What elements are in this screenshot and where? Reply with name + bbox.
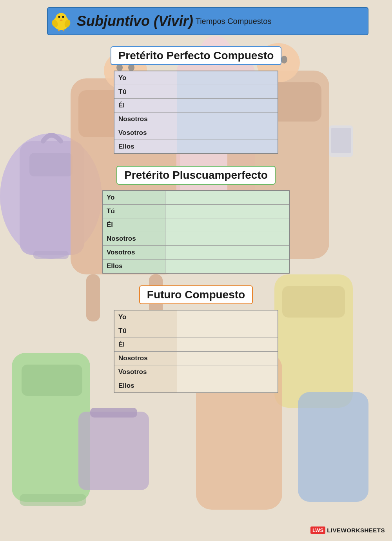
page-title-main: Subjuntivo (Vivir): [77, 13, 193, 29]
table-row: Nosotros: [103, 232, 289, 246]
table-row: Vosotros: [103, 246, 289, 260]
conjugation-table-futuro-compuesto: Yo Tú Él Nosotros Vosotros Ellos: [114, 310, 278, 393]
table-row: Tú: [114, 324, 278, 338]
table-row: Él: [103, 218, 289, 232]
pronoun-el-2: Él: [103, 218, 165, 232]
pronoun-tu-2: Tú: [103, 205, 165, 218]
title-bar: Subjuntivo (Vivir) Tiempos Compuestos: [47, 7, 368, 35]
pronoun-ellos-1: Ellos: [114, 140, 177, 153]
pronoun-yo-2: Yo: [103, 191, 165, 204]
input-el-1[interactable]: [177, 99, 278, 112]
table-row: Él: [114, 99, 278, 113]
pronoun-nosotros-2: Nosotros: [103, 232, 165, 245]
pronoun-tu-1: Tú: [114, 85, 177, 98]
chick-icon: [51, 11, 71, 31]
input-ellos-3[interactable]: [177, 379, 278, 392]
input-ellos-1[interactable]: [177, 140, 278, 153]
input-yo-3[interactable]: [177, 310, 278, 324]
svg-point-34: [58, 16, 60, 18]
pronoun-yo-3: Yo: [114, 310, 177, 324]
input-vosotros-3[interactable]: [177, 365, 278, 379]
table-row: Él: [114, 338, 278, 352]
table-row: Vosotros: [114, 126, 278, 140]
input-nosotros-3[interactable]: [177, 352, 278, 365]
conjugation-table-pluscuamperfecto: Yo Tú Él Nosotros Vosotros Ellos: [102, 190, 290, 274]
svg-line-40: [59, 30, 60, 31]
svg-line-42: [64, 30, 64, 31]
table-row: Ellos: [114, 140, 278, 153]
lws-text: LIVEWORKSHEETS: [327, 527, 385, 534]
table-row: Yo: [114, 71, 278, 85]
input-el-3[interactable]: [177, 338, 278, 351]
pronoun-vosotros-3: Vosotros: [114, 365, 177, 379]
conjugation-table-preterito-perfecto: Yo Tú Él Nosotros Vosotros Ellos: [114, 71, 278, 154]
input-vosotros-1[interactable]: [177, 126, 278, 140]
section-title-preterito-pluscuamperfecto: Pretérito Pluscuamperfecto: [116, 166, 276, 185]
table-row: Ellos: [103, 260, 289, 273]
pronoun-el-1: Él: [114, 99, 177, 112]
section-title-futuro-compuesto: Futuro Compuesto: [139, 285, 253, 304]
input-tu-1[interactable]: [177, 85, 278, 98]
pronoun-vosotros-2: Vosotros: [103, 246, 165, 259]
table-row: Yo: [103, 191, 289, 205]
input-nosotros-1[interactable]: [177, 113, 278, 126]
table-row: Tú: [103, 205, 289, 218]
section-title-preterito-perfecto: Pretérito Perfecto Compuesto: [111, 46, 282, 65]
table-row: Tú: [114, 85, 278, 99]
pronoun-nosotros-3: Nosotros: [114, 352, 177, 365]
pronoun-tu-3: Tú: [114, 324, 177, 338]
section-futuro-compuesto: Futuro Compuesto Yo Tú Él Nosotros Vosot…: [8, 285, 384, 393]
lws-badge: LWS: [310, 526, 325, 534]
section-preterito-pluscuamperfecto: Pretérito Pluscuamperfecto Yo Tú Él Noso…: [8, 166, 384, 274]
page-title-sub: Tiempos Compuestos: [196, 17, 272, 26]
input-ellos-2[interactable]: [165, 260, 289, 273]
table-row: Yo: [114, 310, 278, 324]
pronoun-vosotros-1: Vosotros: [114, 126, 177, 140]
table-row: Nosotros: [114, 352, 278, 365]
svg-point-35: [62, 16, 64, 18]
table-row: Ellos: [114, 379, 278, 392]
pronoun-ellos-2: Ellos: [103, 260, 165, 273]
input-tu-2[interactable]: [165, 205, 289, 218]
svg-point-33: [56, 13, 67, 23]
input-vosotros-2[interactable]: [165, 246, 289, 259]
input-nosotros-2[interactable]: [165, 232, 289, 245]
liveworksheets-logo: LWS LIVEWORKSHEETS: [310, 526, 385, 534]
pronoun-ellos-3: Ellos: [114, 379, 177, 392]
pronoun-yo-1: Yo: [114, 71, 177, 85]
table-row: Nosotros: [114, 113, 278, 126]
input-el-2[interactable]: [165, 218, 289, 232]
pronoun-el-3: Él: [114, 338, 177, 351]
pronoun-nosotros-1: Nosotros: [114, 113, 177, 126]
input-yo-2[interactable]: [165, 191, 289, 204]
input-yo-1[interactable]: [177, 71, 278, 85]
section-preterito-perfecto: Pretérito Perfecto Compuesto Yo Tú Él No…: [8, 46, 384, 154]
input-tu-3[interactable]: [177, 324, 278, 338]
table-row: Vosotros: [114, 365, 278, 379]
